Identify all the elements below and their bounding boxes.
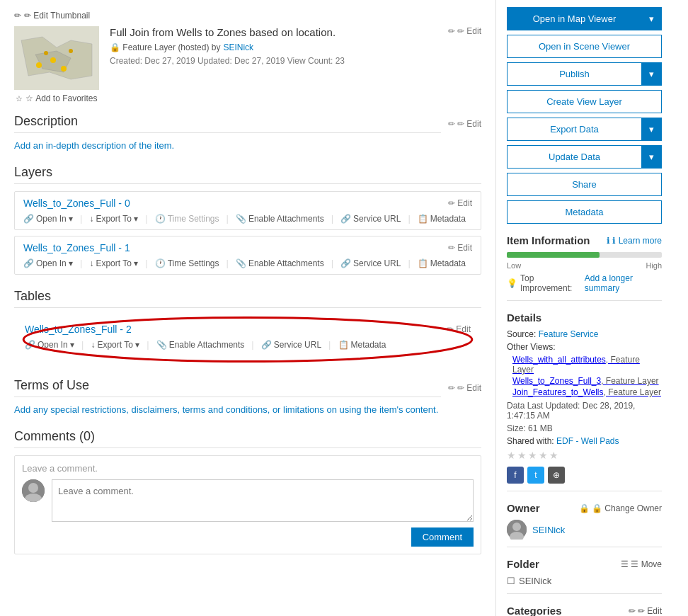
star-4[interactable]: ★ [539, 450, 548, 461]
open-scene-viewer-button[interactable]: Open in Scene Viewer [507, 35, 662, 58]
other-view-0[interactable]: Wells_with_all_attributes, Feature Layer [512, 355, 662, 375]
layer-0-attachments-btn[interactable]: 📎 Enable Attachments [236, 214, 324, 224]
link-icon: 🔗 [261, 340, 272, 350]
table-0-metadata-btn[interactable]: 📋 Metadata [338, 340, 386, 350]
update-data-dropdown-button[interactable]: ▾ [642, 145, 662, 169]
progress-labels: Low High [507, 261, 662, 270]
move-button[interactable]: ☰ ☰ Move [621, 559, 662, 569]
edit-thumbnail-button[interactable]: ✏ ✏ Edit Thumbnail [14, 11, 481, 21]
comment-textarea[interactable] [52, 479, 474, 522]
folder-icon: ☐ [507, 576, 515, 586]
layer-1-open-btn[interactable]: 🔗 Open In ▾ [23, 258, 73, 268]
layer-0-open-btn[interactable]: 🔗 Open In ▾ [23, 214, 73, 224]
star-5[interactable]: ★ [549, 450, 558, 461]
edit-icon: ✏ [447, 324, 454, 334]
table-0-open-btn[interactable]: 🔗 Open In ▾ [25, 340, 74, 350]
table-0-serviceurl-btn[interactable]: 🔗 Service URL [261, 340, 321, 350]
export-icon: ↓ [91, 340, 95, 350]
table-0-attachments-btn[interactable]: 📎 Enable Attachments [156, 340, 245, 350]
categories-section: Categories ✏ ✏ Edit This item has not be… [507, 605, 662, 616]
terms-title: Terms of Use [14, 378, 441, 397]
layer-1-attachments-btn[interactable]: 📎 Enable Attachments [236, 258, 324, 268]
other-views-list: Wells_with_all_attributes, Feature Layer… [507, 355, 662, 397]
open-map-viewer-button[interactable]: Open in Map Viewer [507, 7, 642, 30]
twitter-share-button[interactable]: t [527, 467, 544, 484]
social-share-buttons: f t ⊕ [507, 467, 662, 484]
metadata-icon: 📋 [418, 258, 428, 268]
edit-icon: ✏ [448, 26, 455, 36]
layer-0-name[interactable]: Wells_to_Zones_Full - 0 [23, 198, 130, 209]
bulb-icon: 💡 [507, 278, 517, 288]
table-item-wrapper: Wells_to_Zones_Full - 2 ✏ Edit 🔗 Open In… [14, 315, 481, 364]
svg-point-5 [50, 57, 56, 63]
add-favorites-button[interactable]: ☆ ☆ Add to Favorites [14, 93, 99, 103]
star-1[interactable]: ★ [507, 450, 516, 461]
layer-1-name[interactable]: Wells_to_Zones_Full - 1 [23, 242, 130, 253]
table-item-0: Wells_to_Zones_Full - 2 ✏ Edit 🔗 Open In… [25, 321, 471, 353]
update-data-button[interactable]: Update Data [507, 145, 642, 169]
info-icon: ℹ [607, 236, 610, 246]
other-view-1[interactable]: Wells_to_Zones_Full_3, Feature Layer [512, 376, 662, 386]
comment-input-area: Leave a comment. Comment [14, 455, 481, 554]
terms-placeholder[interactable]: Add any special restrictions, disclaimer… [14, 404, 481, 415]
item-description: Full Join from Wells to Zones based on l… [110, 26, 481, 103]
layer-0-metadata-btn[interactable]: 📋 Metadata [418, 214, 466, 224]
publish-group: Publish ▾ [507, 62, 662, 86]
change-owner-button[interactable]: 🔒 🔒 Change Owner [579, 503, 662, 513]
export-data-dropdown-button[interactable]: ▾ [642, 118, 662, 141]
create-view-layer-button[interactable]: Create View Layer [507, 90, 662, 113]
table-0-export-btn[interactable]: ↓ Export To ▾ [91, 340, 139, 350]
learn-more-button[interactable]: ℹ ℹ Learn more [607, 236, 662, 246]
details-section: Details Source: Feature Service Other Vi… [507, 312, 662, 484]
item-owner-link[interactable]: SEINick [223, 42, 253, 52]
open-icon: 🔗 [25, 340, 35, 350]
share-button[interactable]: Share [507, 173, 662, 196]
description-edit-button[interactable]: ✏ ✏ Edit [448, 119, 481, 129]
layer-item-1: Wells_to_Zones_Full - 1 ✏ Edit 🔗 Open In… [14, 236, 481, 275]
item-edit-button[interactable]: ✏ ✏ Edit [448, 26, 481, 36]
layer-1-metadata-btn[interactable]: 📋 Metadata [418, 258, 466, 268]
layer-1-serviceurl-btn[interactable]: 🔗 Service URL [340, 258, 401, 268]
owner-name[interactable]: SEINick [532, 525, 565, 535]
shared-link[interactable]: EDF - Well Pads [556, 436, 619, 446]
layer-0-edit-button[interactable]: ✏ Edit [448, 198, 472, 208]
link-icon: 🔗 [340, 258, 351, 268]
tables-title: Tables [14, 289, 481, 308]
layer-1-export-btn[interactable]: ↓ Export To ▾ [89, 258, 138, 268]
folder-section: Folder ☰ ☰ Move ☐ SEINick [507, 558, 662, 586]
svg-point-14 [512, 523, 521, 531]
export-data-button[interactable]: Export Data [507, 118, 642, 141]
layer-1-edit-button[interactable]: ✏ Edit [448, 243, 472, 253]
shared-with-row: Shared with: EDF - Well Pads [507, 436, 662, 446]
comment-submit-button[interactable]: Comment [411, 527, 474, 547]
source-link[interactable]: Feature Service [539, 329, 599, 339]
improvement-action-link[interactable]: Add a longer summary [585, 273, 662, 293]
description-placeholder[interactable]: Add an in-depth description of the item. [14, 140, 481, 151]
table-0-actions: 🔗 Open In ▾ | ↓ Export To ▾ | 📎 Enable A… [25, 339, 471, 350]
categories-title: Categories [507, 605, 562, 616]
owner-info: SEINick [507, 520, 662, 540]
star-3[interactable]: ★ [528, 450, 537, 461]
layer-0-serviceurl-btn[interactable]: 🔗 Service URL [340, 214, 401, 224]
other-share-button[interactable]: ⊕ [548, 467, 565, 484]
table-0-edit-button[interactable]: ✏ Edit [447, 324, 471, 334]
publish-button[interactable]: Publish [507, 62, 642, 86]
star-2[interactable]: ★ [517, 450, 527, 461]
item-information-title: Item Information [507, 234, 590, 246]
categories-edit-button[interactable]: ✏ ✏ Edit [629, 606, 662, 616]
edit-icon: ✏ [448, 383, 455, 393]
other-view-2[interactable]: Join_Features_to_Wells, Feature Layer [512, 387, 662, 397]
source-row: Source: Feature Service [507, 329, 662, 339]
publish-dropdown-button[interactable]: ▾ [642, 62, 662, 86]
open-map-viewer-dropdown-button[interactable]: ▾ [642, 7, 662, 30]
layer-1-time-btn[interactable]: 🕐 Time Settings [155, 258, 219, 268]
metadata-button[interactable]: Metadata [507, 200, 662, 224]
layer-0-export-btn[interactable]: ↓ Export To ▾ [89, 214, 138, 224]
export-icon: ↓ [89, 258, 93, 268]
facebook-share-button[interactable]: f [507, 467, 524, 484]
owner-title: Owner [507, 502, 540, 514]
table-0-name[interactable]: Wells_to_Zones_Full - 2 [25, 324, 132, 335]
edit-icon: ✏ [448, 243, 455, 253]
terms-edit-button[interactable]: ✏ ✏ Edit [448, 383, 481, 393]
tables-section: Tables Wells_to_Zones_Full - 2 ✏ Edit 🔗 … [14, 289, 481, 364]
